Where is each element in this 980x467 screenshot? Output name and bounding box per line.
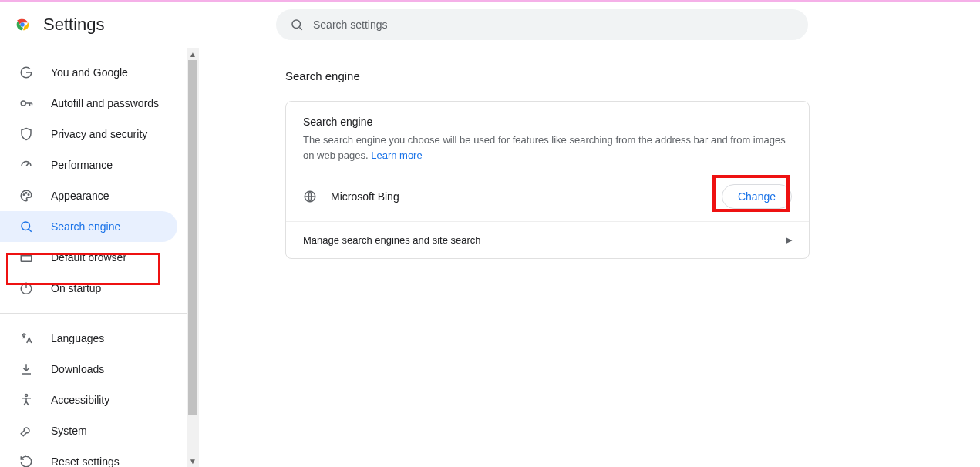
svg-point-1 (292, 20, 301, 29)
download-icon (19, 362, 34, 376)
learn-more-link[interactable]: Learn more (371, 150, 422, 161)
sidebar-item-label: Downloads (51, 363, 104, 375)
svg-point-11 (22, 222, 30, 230)
shield-icon (19, 127, 34, 141)
svg-point-8 (23, 194, 25, 196)
sidebar-item-label: Languages (51, 332, 104, 344)
search-engine-card: Search engine The search engine you choo… (285, 101, 810, 259)
key-icon (19, 96, 34, 110)
change-button[interactable]: Change (722, 184, 792, 209)
sidebar-item-downloads[interactable]: Downloads (0, 354, 199, 385)
svg-line-7 (26, 163, 29, 166)
svg-rect-13 (21, 254, 32, 262)
svg-point-9 (25, 193, 27, 194)
translate-icon (19, 331, 34, 345)
svg-point-16 (25, 395, 28, 397)
chrome-logo-icon (14, 16, 31, 33)
search-icon (19, 220, 34, 234)
sidebar-item-label: Accessibility (51, 394, 109, 406)
svg-line-12 (29, 229, 31, 231)
scroll-thumb[interactable] (188, 60, 197, 415)
sidebar-item-label: Reset settings (51, 455, 120, 467)
speedometer-icon (19, 158, 34, 172)
sidebar-item-label: Appearance (51, 190, 109, 202)
sidebar-item-label: Default browser (51, 251, 126, 264)
sidebar-item-label: Search engine (51, 220, 120, 233)
svg-line-2 (299, 27, 301, 29)
chevron-right-icon: ▶ (786, 235, 792, 245)
current-engine-name: Microsoft Bing (331, 190, 399, 203)
sidebar-item-system[interactable]: System (0, 415, 199, 446)
search-icon (290, 18, 304, 32)
reset-icon (19, 455, 34, 467)
sidebar-scrollbar[interactable]: ▲ ▼ (187, 48, 199, 467)
search-settings[interactable] (276, 9, 808, 40)
sidebar-item-privacy[interactable]: Privacy and security (0, 119, 199, 150)
accessibility-icon (19, 393, 34, 407)
google-g-icon (19, 66, 34, 79)
sidebar-item-languages[interactable]: Languages (0, 323, 199, 354)
svg-point-3 (21, 101, 25, 106)
sidebar-item-label: On startup (51, 282, 101, 294)
card-description: The search engine you choose will be use… (303, 133, 792, 163)
sidebar: You and Google Autofill and passwords Pr… (0, 48, 199, 467)
power-icon (19, 281, 34, 295)
card-title: Search engine (303, 116, 792, 128)
sidebar-item-autofill[interactable]: Autofill and passwords (0, 88, 199, 119)
manage-engines-label: Manage search engines and site search (303, 234, 481, 246)
globe-icon (303, 190, 317, 203)
sidebar-item-label: Performance (51, 159, 113, 171)
sidebar-item-label: Autofill and passwords (51, 97, 159, 109)
current-engine-row: Microsoft Bing Change (286, 172, 809, 221)
scroll-down-icon[interactable]: ▼ (187, 455, 199, 467)
sidebar-item-reset[interactable]: Reset settings (0, 446, 199, 467)
sidebar-item-accessibility[interactable]: Accessibility (0, 385, 199, 415)
sidebar-divider (0, 313, 199, 314)
main-content: Search engine Search engine The search e… (199, 48, 980, 467)
sidebar-item-appearance[interactable]: Appearance (0, 180, 199, 211)
sidebar-item-label: Privacy and security (51, 128, 147, 140)
manage-engines-row[interactable]: Manage search engines and site search ▶ (286, 221, 809, 258)
sidebar-item-label: System (51, 425, 87, 437)
palette-icon (19, 189, 34, 203)
wrench-icon (19, 424, 34, 438)
browser-icon (19, 250, 34, 264)
sidebar-item-default-browser[interactable]: Default browser (0, 242, 199, 273)
topbar: Settings (0, 2, 980, 48)
search-input[interactable] (313, 18, 794, 31)
sidebar-item-you-google[interactable]: You and Google (0, 57, 199, 88)
sidebar-item-performance[interactable]: Performance (0, 150, 199, 180)
svg-point-10 (28, 194, 29, 196)
sidebar-item-search-engine[interactable]: Search engine (0, 211, 177, 242)
page-title: Settings (43, 15, 105, 35)
sidebar-item-on-startup[interactable]: On startup (0, 273, 199, 304)
sidebar-item-label: You and Google (51, 66, 128, 79)
section-title: Search engine (285, 69, 980, 82)
scroll-up-icon[interactable]: ▲ (187, 48, 199, 60)
